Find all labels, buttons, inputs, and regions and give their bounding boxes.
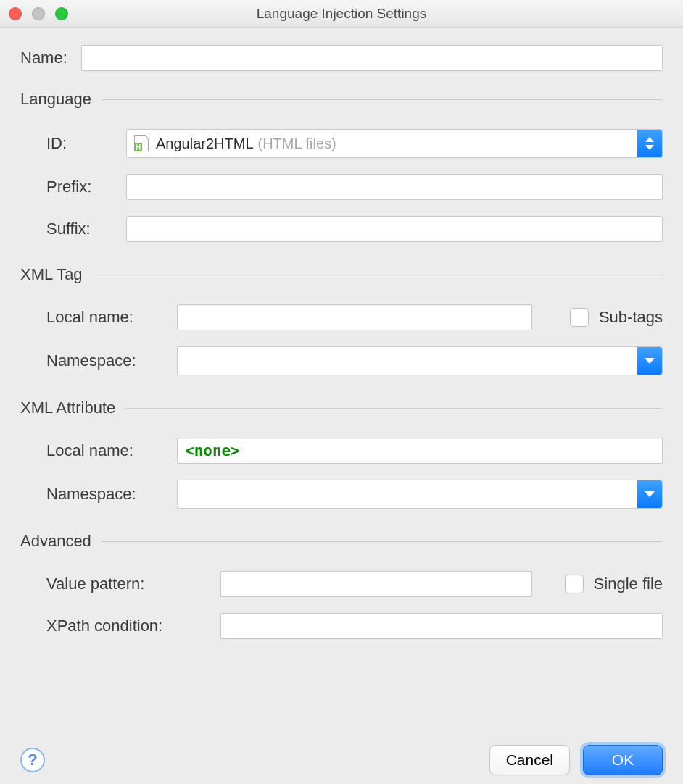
window-controls — [9, 7, 68, 20]
minimize-window-icon[interactable] — [32, 7, 45, 20]
ok-button[interactable]: OK — [583, 745, 663, 775]
section-xml-attribute-label: XML Attribute — [20, 399, 125, 417]
zoom-window-icon[interactable] — [55, 7, 68, 20]
divider — [102, 99, 663, 100]
id-hint: (HTML files) — [258, 135, 336, 152]
suffix-label: Suffix: — [46, 220, 126, 238]
cancel-button[interactable]: Cancel — [489, 745, 570, 775]
xmlattr-namespace-combo[interactable] — [177, 480, 663, 509]
single-file-checkbox[interactable] — [565, 575, 584, 593]
chevron-down-icon — [637, 347, 662, 375]
value-pattern-input[interactable] — [220, 571, 532, 597]
xmlattr-namespace-label: Namespace: — [46, 485, 177, 504]
divider — [102, 541, 663, 542]
divider — [93, 275, 663, 275]
help-button[interactable]: ? — [20, 748, 45, 772]
xmlattr-localname-input[interactable] — [177, 438, 663, 464]
titlebar: Language Injection Settings — [0, 0, 683, 28]
section-advanced-label: Advanced — [20, 532, 102, 551]
xmltag-namespace-combo[interactable] — [177, 346, 663, 375]
chevron-down-icon — [637, 480, 662, 508]
name-input[interactable] — [81, 45, 663, 71]
section-xml-tag: XML Tag — [20, 265, 663, 284]
section-language-label: Language — [20, 90, 102, 109]
xmlattr-localname-label: Local name: — [46, 441, 177, 460]
xmltag-namespace-label: Namespace: — [46, 351, 177, 370]
value-pattern-label: Value pattern: — [46, 575, 220, 593]
chevron-updown-icon — [637, 130, 662, 157]
subtags-checkbox[interactable] — [570, 308, 589, 327]
xmltag-localname-input[interactable] — [177, 304, 532, 330]
name-label: Name: — [20, 49, 81, 67]
window-title: Language Injection Settings — [257, 6, 427, 22]
xmltag-localname-label: Local name: — [46, 308, 177, 327]
subtags-label: Sub-tags — [599, 308, 663, 327]
section-language: Language — [20, 90, 663, 109]
prefix-label: Prefix: — [46, 178, 126, 196]
section-xml-tag-label: XML Tag — [20, 265, 93, 284]
divider — [125, 408, 663, 409]
close-window-icon[interactable] — [9, 7, 22, 20]
id-label: ID: — [46, 134, 126, 153]
suffix-input[interactable] — [126, 216, 663, 242]
section-xml-attribute: XML Attribute — [20, 399, 663, 417]
html-file-icon — [134, 135, 149, 151]
dialog-footer: ? Cancel OK — [20, 745, 663, 775]
xpath-label: XPath condition: — [46, 617, 220, 635]
id-combo[interactable]: Angular2HTML (HTML files) — [126, 129, 663, 158]
section-advanced: Advanced — [20, 532, 663, 551]
xpath-input[interactable] — [220, 613, 663, 639]
id-value: Angular2HTML — [156, 135, 254, 152]
prefix-input[interactable] — [126, 174, 663, 200]
single-file-label: Single file — [594, 575, 663, 593]
